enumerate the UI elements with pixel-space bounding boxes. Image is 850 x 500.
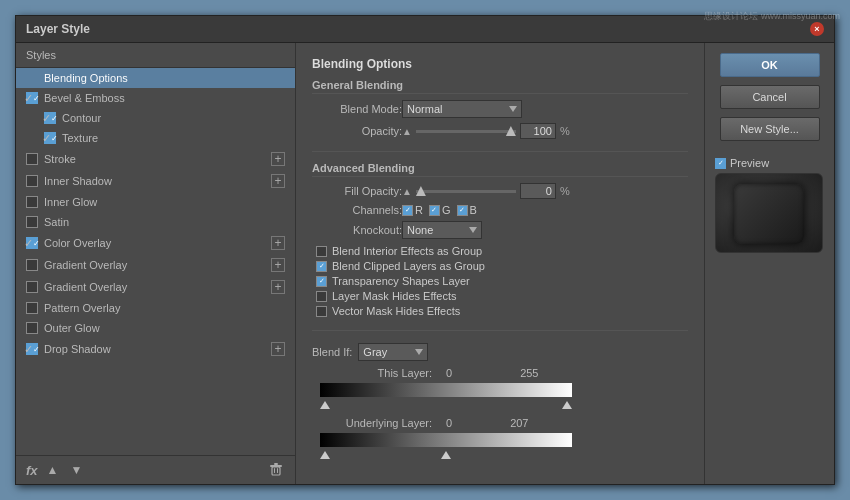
- checkbox-inner-glow[interactable]: [26, 196, 38, 208]
- checkbox-inner-shadow[interactable]: [26, 175, 38, 187]
- close-button[interactable]: ×: [810, 22, 824, 36]
- fill-opacity-icon: ▲: [402, 186, 412, 197]
- checkbox-gradient-overlay1[interactable]: [26, 259, 38, 271]
- blend-clipped-checkbox[interactable]: ✓: [316, 261, 327, 272]
- this-layer-slider-container: [320, 381, 572, 411]
- checkbox-satin[interactable]: [26, 216, 38, 228]
- preview-inner: [734, 184, 804, 244]
- svg-rect-2: [274, 463, 278, 465]
- svg-marker-8: [441, 451, 451, 459]
- sidebar-item-stroke[interactable]: Stroke+: [16, 148, 295, 170]
- sidebar-item-blending-options[interactable]: Blending Options: [16, 68, 295, 88]
- sidebar-label-stroke: Stroke: [44, 153, 76, 165]
- sidebar-label-gradient-overlay2: Gradient Overlay: [44, 281, 127, 293]
- add-btn-color-overlay[interactable]: +: [271, 236, 285, 250]
- blend-interior-checkbox[interactable]: [316, 246, 327, 257]
- channel-b-label: B: [470, 204, 477, 216]
- underlying-layer-slider-container: [320, 431, 572, 461]
- checkbox-stroke[interactable]: [26, 153, 38, 165]
- add-btn-gradient-overlay1[interactable]: +: [271, 258, 285, 272]
- channel-g-cb-box[interactable]: ✓: [429, 205, 440, 216]
- general-blending-title: General Blending: [312, 79, 688, 94]
- svg-rect-1: [270, 465, 282, 467]
- underlying-layer-left-handle[interactable]: [320, 449, 330, 461]
- channel-r-checkbox[interactable]: ✓ R: [402, 204, 423, 216]
- sidebar-item-color-overlay[interactable]: ✓Color Overlay+: [16, 232, 295, 254]
- layer-mask-checkbox[interactable]: [316, 291, 327, 302]
- opacity-slider[interactable]: [416, 130, 516, 133]
- add-btn-gradient-overlay2[interactable]: +: [271, 280, 285, 294]
- ok-button[interactable]: OK: [720, 53, 820, 77]
- checkbox-bevel-emboss[interactable]: ✓: [26, 92, 38, 104]
- this-layer-right-handle[interactable]: [562, 399, 572, 411]
- add-btn-inner-shadow[interactable]: +: [271, 174, 285, 188]
- opacity-value[interactable]: [520, 123, 556, 139]
- channel-b-checkbox[interactable]: ✓ B: [457, 204, 477, 216]
- add-btn-drop-shadow[interactable]: +: [271, 342, 285, 356]
- checkbox-gradient-overlay2[interactable]: [26, 281, 38, 293]
- sidebar-item-drop-shadow[interactable]: ✓Drop Shadow+: [16, 338, 295, 360]
- fill-opacity-row: Fill Opacity: ▲ %: [312, 183, 688, 199]
- sidebar-item-texture[interactable]: ✓Texture: [16, 128, 295, 148]
- sidebar-item-gradient-overlay2[interactable]: Gradient Overlay+: [16, 276, 295, 298]
- svg-rect-4: [277, 468, 278, 473]
- fill-opacity-slider[interactable]: [416, 190, 516, 193]
- styles-list[interactable]: Blending Options✓Bevel & Emboss✓Contour✓…: [16, 68, 295, 455]
- channel-g-checkbox[interactable]: ✓ G: [429, 204, 451, 216]
- move-down-button[interactable]: ▼: [68, 461, 86, 479]
- left-panel: Styles Blending Options✓Bevel & Emboss✓C…: [16, 43, 296, 484]
- sidebar-item-inner-glow[interactable]: Inner Glow: [16, 192, 295, 212]
- transparency-checkbox[interactable]: ✓: [316, 276, 327, 287]
- blend-mode-select[interactable]: Normal Dissolve Multiply Screen Overlay: [402, 100, 522, 118]
- sidebar-label-outer-glow: Outer Glow: [44, 322, 100, 334]
- this-layer-row: This Layer: 0 255: [312, 367, 538, 379]
- fill-opacity-value[interactable]: [520, 183, 556, 199]
- blend-if-select[interactable]: Gray Red Green Blue: [358, 343, 428, 361]
- channel-r-cb-box[interactable]: ✓: [402, 205, 413, 216]
- preview-checkbox[interactable]: ✓: [715, 158, 726, 169]
- knockout-select[interactable]: None Shallow Deep: [402, 221, 482, 239]
- cancel-button[interactable]: Cancel: [720, 85, 820, 109]
- transparency-label: Transparency Shapes Layer: [332, 275, 470, 287]
- underlying-layer-max: 207: [510, 417, 528, 429]
- fx-label: fx: [26, 463, 38, 478]
- sidebar-item-outer-glow[interactable]: Outer Glow: [16, 318, 295, 338]
- checkbox-texture[interactable]: ✓: [44, 132, 56, 144]
- underlying-layer-mid-handle[interactable]: [441, 449, 451, 461]
- checkbox-pattern-overlay[interactable]: [26, 302, 38, 314]
- sidebar-label-bevel-emboss: Bevel & Emboss: [44, 92, 125, 104]
- sidebar-item-satin[interactable]: Satin: [16, 212, 295, 232]
- right-panel: OK Cancel New Style... ✓ Preview: [704, 43, 834, 484]
- checkbox-outer-glow[interactable]: [26, 322, 38, 334]
- sidebar-label-color-overlay: Color Overlay: [44, 237, 111, 249]
- sidebar-item-pattern-overlay[interactable]: Pattern Overlay: [16, 298, 295, 318]
- add-btn-stroke[interactable]: +: [271, 152, 285, 166]
- opacity-percent: %: [560, 125, 570, 137]
- checkbox-drop-shadow[interactable]: ✓: [26, 343, 38, 355]
- vector-mask-checkbox[interactable]: [316, 306, 327, 317]
- channel-b-cb-box[interactable]: ✓: [457, 205, 468, 216]
- sidebar-item-contour[interactable]: ✓Contour: [16, 108, 295, 128]
- svg-marker-6: [562, 401, 572, 409]
- sidebar-label-blending-options: Blending Options: [44, 72, 128, 84]
- delete-button[interactable]: [267, 461, 285, 479]
- underlying-layer-min: 0: [446, 417, 452, 429]
- channel-g-label: G: [442, 204, 451, 216]
- this-layer-label: This Layer:: [312, 367, 432, 379]
- new-style-button[interactable]: New Style...: [720, 117, 820, 141]
- sidebar-item-bevel-emboss[interactable]: ✓Bevel & Emboss: [16, 88, 295, 108]
- checkbox-color-overlay[interactable]: ✓: [26, 237, 38, 249]
- preview-label: Preview: [730, 157, 769, 169]
- preview-section: ✓ Preview: [715, 157, 824, 253]
- opacity-label: Opacity:: [312, 125, 402, 137]
- checkbox-contour[interactable]: ✓: [44, 112, 56, 124]
- this-layer-section: This Layer: 0 255: [312, 367, 688, 411]
- move-up-button[interactable]: ▲: [44, 461, 62, 479]
- blend-clipped-label: Blend Clipped Layers as Group: [332, 260, 485, 272]
- opacity-slider-container: ▲ %: [402, 123, 570, 139]
- this-layer-left-handle[interactable]: [320, 399, 330, 411]
- opacity-slider-icon: ▲: [402, 126, 412, 137]
- sidebar-item-inner-shadow[interactable]: Inner Shadow+: [16, 170, 295, 192]
- this-layer-handles: [320, 399, 572, 411]
- sidebar-item-gradient-overlay1[interactable]: Gradient Overlay+: [16, 254, 295, 276]
